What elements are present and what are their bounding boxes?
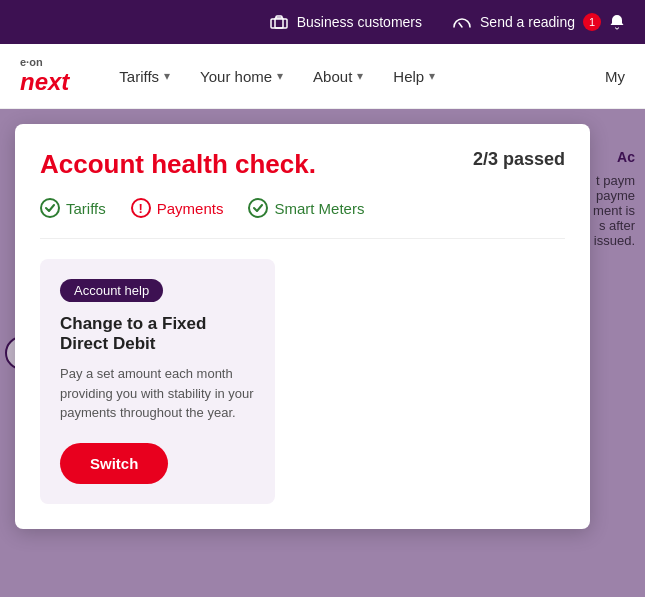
- nav-tariffs-label: Tariffs: [119, 68, 159, 85]
- gauge-icon: [452, 12, 472, 32]
- nav-bar: e·on next Tariffs ▾ Your home ▾ About ▾ …: [0, 44, 645, 109]
- svg-rect-1: [271, 19, 287, 28]
- nav-tariffs[interactable]: Tariffs ▾: [119, 68, 170, 85]
- top-bar: Business customers Send a reading 1: [0, 0, 645, 44]
- bell-icon: [609, 14, 625, 30]
- chevron-down-icon: ▾: [164, 69, 170, 83]
- modal-passed: 2/3 passed: [473, 149, 565, 170]
- nav-your-home[interactable]: Your home ▾: [200, 68, 283, 85]
- logo-next: next: [20, 68, 69, 96]
- tariffs-check-icon: [40, 198, 60, 218]
- send-reading-label: Send a reading: [480, 14, 575, 30]
- nav-help[interactable]: Help ▾: [393, 68, 435, 85]
- modal-header: Account health check. 2/3 passed: [40, 149, 565, 180]
- notification-badge: 1: [583, 13, 601, 31]
- switch-button[interactable]: Switch: [60, 443, 168, 484]
- nav-about[interactable]: About ▾: [313, 68, 363, 85]
- smart-meters-check-icon: [248, 198, 268, 218]
- payments-warning-icon: !: [131, 198, 151, 218]
- nav-my[interactable]: My: [605, 68, 625, 85]
- business-customers-link[interactable]: Business customers: [269, 12, 422, 32]
- check-smart-meters: Smart Meters: [248, 198, 364, 218]
- modal-title: Account health check.: [40, 149, 316, 180]
- logo[interactable]: e·on next: [20, 56, 69, 96]
- nav-your-home-label: Your home: [200, 68, 272, 85]
- send-reading-link[interactable]: Send a reading 1: [452, 12, 625, 32]
- account-health-check-modal: Account health check. 2/3 passed Tariffs…: [15, 124, 590, 529]
- check-items-row: Tariffs ! Payments Smart Meters: [40, 198, 565, 239]
- chevron-down-icon: ▾: [429, 69, 435, 83]
- card-title: Change to a Fixed Direct Debit: [60, 314, 255, 354]
- nav-about-label: About: [313, 68, 352, 85]
- account-help-badge: Account help: [60, 279, 163, 302]
- check-payments: ! Payments: [131, 198, 224, 218]
- account-help-card: Account help Change to a Fixed Direct De…: [40, 259, 275, 504]
- check-tariffs: Tariffs: [40, 198, 106, 218]
- modal-overlay: Account health check. 2/3 passed Tariffs…: [0, 109, 645, 597]
- payments-label: Payments: [157, 200, 224, 217]
- card-description: Pay a set amount each month providing yo…: [60, 364, 255, 423]
- chevron-down-icon: ▾: [277, 69, 283, 83]
- tariffs-label: Tariffs: [66, 200, 106, 217]
- business-customers-label: Business customers: [297, 14, 422, 30]
- briefcase-icon: [269, 12, 289, 32]
- logo-eon: e·on: [20, 56, 69, 68]
- smart-meters-label: Smart Meters: [274, 200, 364, 217]
- nav-help-label: Help: [393, 68, 424, 85]
- chevron-down-icon: ▾: [357, 69, 363, 83]
